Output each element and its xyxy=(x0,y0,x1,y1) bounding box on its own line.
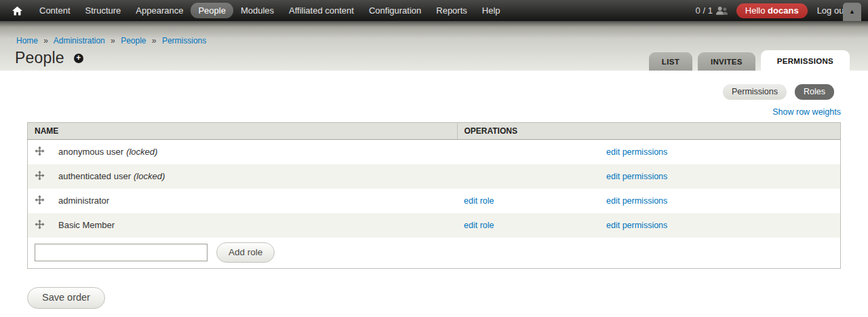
user-greeting-pill[interactable]: Hello docans xyxy=(736,3,808,18)
subtab-permissions[interactable]: Permissions xyxy=(723,84,787,100)
toolbar-collapse-button[interactable]: ▲ xyxy=(843,3,861,21)
toolbar-item-configuration[interactable]: Configuration xyxy=(361,3,429,18)
column-header-operations: OPERATIONS xyxy=(457,123,841,140)
main-content: Permissions Roles Show row weights NAME … xyxy=(0,71,868,309)
column-header-name: NAME xyxy=(28,123,458,140)
username: docans xyxy=(768,5,799,16)
toolbar-item-reports[interactable]: Reports xyxy=(429,3,475,18)
edit-permissions-link[interactable]: edit permissions xyxy=(606,221,667,230)
edit-role-link[interactable]: edit role xyxy=(464,196,494,206)
drag-handle-icon[interactable] xyxy=(35,195,45,205)
toolbar-item-appearance[interactable]: Appearance xyxy=(128,3,191,18)
edit-permissions-link[interactable]: edit permissions xyxy=(606,196,667,206)
collapse-arrow-up-icon: ▲ xyxy=(849,8,855,15)
users-icon xyxy=(715,6,728,16)
role-name: authenticated user xyxy=(58,171,131,181)
add-role-button[interactable]: Add role xyxy=(216,242,275,263)
breadcrumb: Home » Administration » People » Permiss… xyxy=(0,21,868,45)
tab-permissions[interactable]: PERMISSIONS xyxy=(761,50,850,71)
row-weights-wrap: Show row weights xyxy=(0,100,868,122)
role-name: Basic Member xyxy=(58,220,115,230)
new-role-input[interactable] xyxy=(35,244,208,261)
table-row-administrator: administrator edit role edit permissions xyxy=(28,189,841,213)
save-order-button[interactable]: Save order xyxy=(27,287,105,309)
drag-handle-icon[interactable] xyxy=(35,219,45,229)
secondary-tabs: Permissions Roles xyxy=(0,84,868,100)
edit-permissions-link[interactable]: edit permissions xyxy=(606,172,667,181)
admin-toolbar: Content Structure Appearance People Modu… xyxy=(0,0,868,21)
toolbar-menu: Content Structure Appearance People Modu… xyxy=(32,3,508,18)
edit-role-link[interactable]: edit role xyxy=(464,221,494,230)
page-header: Home » Administration » People » Permiss… xyxy=(0,21,868,71)
toolbar-item-content[interactable]: Content xyxy=(32,3,78,18)
home-icon[interactable] xyxy=(12,6,22,16)
role-name: anonymous user xyxy=(58,147,123,157)
breadcrumb-separator: » xyxy=(43,36,48,45)
breadcrumb-permissions[interactable]: Permissions xyxy=(162,36,206,45)
subtab-roles[interactable]: Roles xyxy=(795,84,834,100)
breadcrumb-separator: » xyxy=(111,36,115,45)
show-row-weights-link[interactable]: Show row weights xyxy=(772,107,841,117)
add-shortcut-icon[interactable]: + xyxy=(74,54,83,63)
breadcrumb-administration[interactable]: Administration xyxy=(54,36,105,45)
toolbar-right: 0 / 1 Hello docans Log out xyxy=(696,3,861,18)
table-row-anonymous-user: anonymous user(locked) edit permissions xyxy=(28,140,841,164)
table-row-authenticated-user: authenticated user(locked) edit permissi… xyxy=(28,164,841,189)
add-role-row: Add role xyxy=(28,238,841,269)
toolbar-item-help[interactable]: Help xyxy=(475,3,508,18)
drag-handle-icon[interactable] xyxy=(35,146,45,156)
table-header-row: NAME OPERATIONS xyxy=(28,123,841,140)
roles-table: NAME OPERATIONS anonymous user(locked) e… xyxy=(27,122,841,269)
toolbar-item-structure[interactable]: Structure xyxy=(78,3,129,18)
edit-permissions-link[interactable]: edit permissions xyxy=(606,147,667,157)
toolbar-item-affiliated-content[interactable]: Affiliated content xyxy=(281,3,361,18)
table-row-basic-member: Basic Member edit role edit permissions xyxy=(28,213,841,238)
role-locked-label: (locked) xyxy=(126,147,157,157)
tab-list[interactable]: LIST xyxy=(649,52,692,71)
toolbar-item-modules[interactable]: Modules xyxy=(233,3,281,18)
greeting-prefix: Hello xyxy=(745,5,768,16)
toolbar-item-people[interactable]: People xyxy=(191,3,233,18)
primary-tabs: LIST INVITES PERMISSIONS xyxy=(644,50,850,71)
logout-link[interactable]: Log out xyxy=(817,5,846,16)
drag-handle-icon[interactable] xyxy=(35,170,45,181)
role-locked-label: (locked) xyxy=(134,171,165,181)
breadcrumb-separator: » xyxy=(152,36,157,45)
tab-invites[interactable]: INVITES xyxy=(698,52,755,71)
breadcrumb-people[interactable]: People xyxy=(121,36,146,45)
role-name: administrator xyxy=(58,195,109,206)
page-title: People xyxy=(15,49,64,67)
shortcut-count: 0 / 1 xyxy=(696,5,713,16)
breadcrumb-home[interactable]: Home xyxy=(16,36,38,45)
